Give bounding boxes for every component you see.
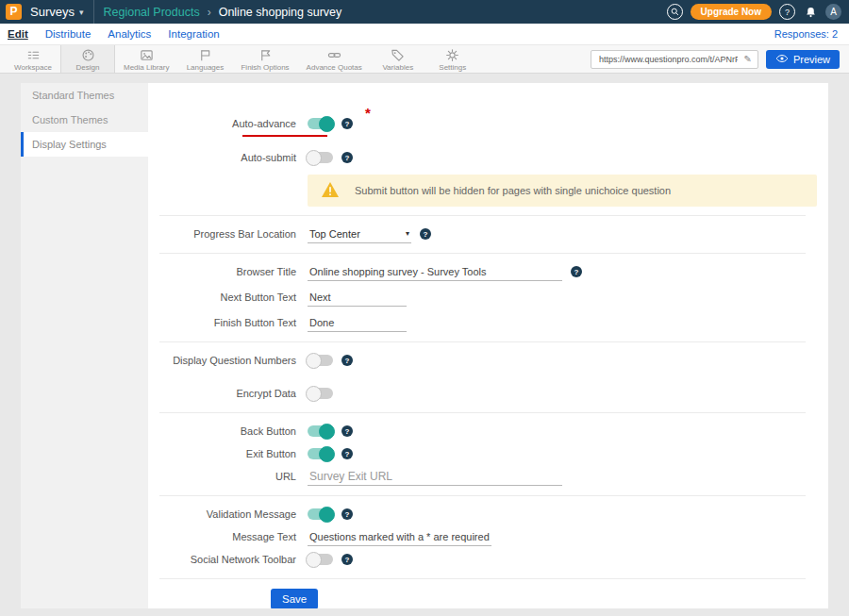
encrypt-data-label: Encrypt Data [159, 388, 296, 399]
warning-icon [321, 181, 340, 200]
notifications-icon[interactable] [803, 5, 818, 20]
progress-bar-location-select[interactable]: Top Center ▾ [308, 225, 411, 243]
help-icon[interactable]: ? [341, 554, 353, 565]
message-text-input[interactable] [308, 528, 491, 546]
toolbar-item-label: Variables [382, 63, 413, 72]
toolbar-item-finish-options[interactable]: Finish Options [232, 45, 297, 73]
toolbar-item-design[interactable]: Design [60, 45, 115, 73]
divider [93, 0, 94, 24]
breadcrumb-current: Online shopping survey [219, 6, 342, 19]
back-button-toggle[interactable] [308, 425, 333, 437]
surveys-label: Surveys [30, 5, 75, 19]
auto-submit-row: Auto-submit ? [159, 147, 806, 168]
annotation-underline [242, 135, 327, 137]
help-icon[interactable]: ? [420, 228, 431, 240]
responses-count[interactable]: Responses: 2 [774, 28, 838, 40]
auto-advance-row: Auto-advance ? * [159, 113, 806, 134]
toolbar-item-label: Media Library [124, 63, 169, 72]
divider [159, 412, 806, 413]
search-icon[interactable] [667, 4, 683, 20]
edit-url-icon[interactable]: ✎ [743, 54, 751, 64]
warning-banner: Submit button will be hidden for pages w… [308, 175, 817, 207]
auto-submit-toggle[interactable] [308, 152, 333, 163]
help-icon[interactable]: ? [341, 118, 353, 129]
help-icon[interactable]: ? [341, 448, 353, 459]
social-network-toolbar-toggle[interactable] [308, 554, 333, 565]
divider [159, 578, 806, 579]
toolbar-item-variables[interactable]: Variables [371, 45, 425, 73]
display-question-numbers-toggle[interactable] [308, 355, 333, 366]
back-button-label: Back Button [159, 425, 296, 437]
finish-options-icon [258, 48, 273, 62]
design-toolbar: Workspace Design Media Library Languages… [0, 45, 849, 74]
breadcrumb-parent[interactable]: Regional Products [104, 6, 200, 19]
questionpro-logo[interactable]: P [6, 4, 22, 20]
auto-advance-toggle[interactable] [308, 118, 333, 129]
toolbar-item-label: Workspace [14, 63, 52, 72]
survey-url-input[interactable] [597, 54, 741, 65]
toolbar-item-languages[interactable]: Languages [177, 45, 232, 73]
warning-text: Submit button will be hidden for pages w… [355, 185, 671, 196]
toolbar-item-media-library[interactable]: Media Library [115, 45, 177, 73]
help-icon[interactable]: ? [779, 4, 795, 20]
preview-label: Preview [793, 54, 830, 65]
validation-message-label: Validation Message [159, 508, 296, 520]
toolbar-item-label: Finish Options [241, 63, 289, 72]
languages-icon [198, 48, 212, 62]
help-icon[interactable]: ? [341, 355, 353, 366]
display-question-numbers-row: Display Question Numbers ? [159, 350, 806, 371]
save-button-wrap: Save [271, 589, 318, 608]
tab-integration[interactable]: Integration [168, 28, 219, 40]
exit-url-row: URL [159, 466, 806, 487]
sidebar-item-display-settings[interactable]: Display Settings [21, 132, 148, 157]
back-button-row: Back Button ? [159, 421, 806, 441]
finish-button-text-input[interactable] [308, 314, 407, 332]
tab-edit[interactable]: Edit [8, 28, 28, 40]
sidebar-item-standard-themes[interactable]: Standard Themes [21, 83, 148, 108]
exit-url-label: URL [159, 471, 296, 482]
validation-message-toggle[interactable] [308, 508, 333, 520]
exit-button-toggle[interactable] [308, 448, 333, 459]
exit-url-input[interactable] [308, 468, 562, 486]
main-nav: Edit Distribute Analytics Integration Re… [0, 24, 849, 45]
toolbar-item-workspace[interactable]: Workspace [6, 45, 60, 73]
topbar-actions: Upgrade Now ? A [667, 4, 841, 20]
sidebar-item-custom-themes[interactable]: Custom Themes [21, 108, 148, 132]
survey-url-box: ✎ [591, 50, 758, 69]
display-question-numbers-label: Display Question Numbers [159, 355, 296, 366]
exit-button-label: Exit Button [159, 448, 296, 459]
help-icon[interactable]: ? [571, 266, 582, 277]
tab-distribute[interactable]: Distribute [45, 28, 92, 40]
next-button-text-input[interactable] [308, 289, 407, 307]
auto-advance-label: Auto-advance [159, 118, 296, 129]
topbar: P Surveys ▾ Regional Products › Online s… [0, 0, 849, 24]
toolbar-item-settings[interactable]: Settings [425, 45, 480, 73]
surveys-menu[interactable]: Surveys ▾ [30, 5, 84, 19]
selected-option: Top Center [309, 228, 360, 240]
tab-analytics[interactable]: Analytics [108, 28, 151, 40]
variables-icon [391, 48, 405, 62]
advance-quotas-icon [327, 48, 341, 62]
browser-title-input[interactable] [308, 263, 562, 281]
themes-sidebar: Standard Themes Custom Themes Display Se… [21, 83, 148, 608]
auto-submit-label: Auto-submit [159, 152, 296, 163]
finish-button-text-row: Finish Button Text [159, 312, 806, 333]
social-network-toolbar-label: Social Network Toolbar [159, 554, 296, 565]
browser-title-label: Browser Title [159, 266, 296, 277]
next-button-text-row: Next Button Text [159, 287, 806, 308]
workspace-icon [26, 48, 41, 62]
toolbar-item-advance-quotas[interactable]: Advance Quotas [298, 45, 371, 73]
save-button[interactable]: Save [271, 589, 318, 608]
settings-icon [445, 48, 459, 62]
avatar[interactable]: A [825, 4, 841, 20]
help-icon[interactable]: ? [341, 152, 353, 163]
help-icon[interactable]: ? [341, 508, 353, 520]
encrypt-data-toggle[interactable] [308, 388, 333, 399]
eye-icon [775, 54, 789, 65]
finish-button-text-label: Finish Button Text [159, 317, 296, 328]
help-icon[interactable]: ? [341, 425, 353, 437]
divider [159, 341, 806, 342]
upgrade-button[interactable]: Upgrade Now [691, 4, 772, 20]
divider [159, 253, 806, 254]
preview-button[interactable]: Preview [766, 50, 840, 69]
